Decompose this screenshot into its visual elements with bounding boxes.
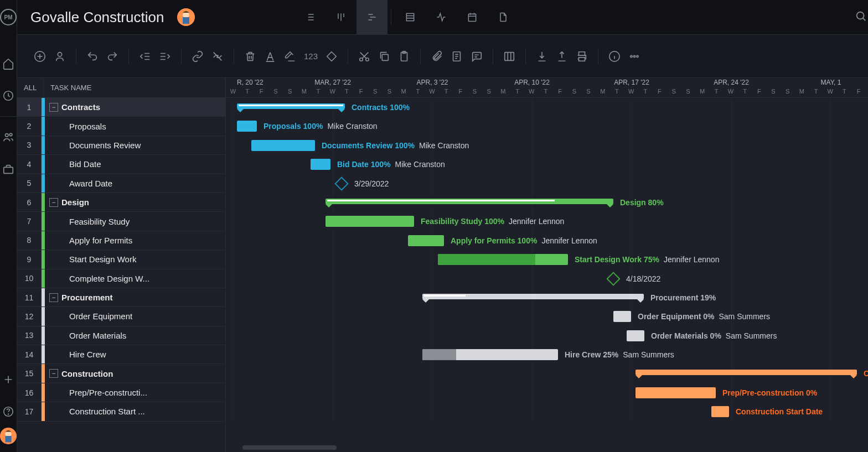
task-row[interactable]: 17Construction Start ... (17, 402, 225, 421)
task-row[interactable]: 11−Procurement (17, 288, 225, 307)
briefcase-icon[interactable] (2, 163, 14, 175)
collapse-toggle[interactable]: − (49, 369, 58, 378)
print-icon[interactable] (576, 50, 588, 63)
collapse-toggle[interactable]: − (49, 103, 58, 112)
day-label: W (624, 88, 638, 98)
copy-icon[interactable] (378, 50, 390, 63)
view-board[interactable] (326, 0, 356, 35)
gantt-row: Feasibility Study 100%Jennifer Lennon (226, 212, 868, 231)
task-color-marker (42, 212, 45, 230)
day-label: T (311, 88, 326, 98)
view-calendar[interactable] (457, 0, 488, 35)
task-name-label: Award Date (69, 179, 225, 188)
gantt-bar[interactable] (613, 311, 631, 322)
task-name-label: Construction (61, 369, 225, 378)
gantt-bar[interactable] (627, 330, 644, 341)
task-row[interactable]: 10Complete Design W... (17, 269, 225, 288)
cut-icon[interactable] (358, 50, 370, 63)
info-icon[interactable] (608, 50, 621, 63)
collapse-toggle[interactable]: − (49, 293, 58, 302)
plus-icon[interactable] (2, 373, 14, 386)
view-sheet[interactable] (395, 0, 426, 35)
gantt-bar[interactable] (326, 199, 613, 204)
collapse-toggle[interactable]: − (49, 198, 58, 207)
milestone-icon[interactable] (326, 50, 338, 63)
link-icon[interactable] (192, 50, 204, 63)
task-row[interactable]: 6−Design (17, 193, 225, 212)
gantt-row: Construction 0% (226, 364, 868, 383)
column-task-name[interactable]: TASK NAME (44, 84, 98, 92)
export-icon[interactable] (556, 50, 568, 63)
gantt-row: Order Equipment 0%Sam Summers (226, 307, 868, 326)
view-list[interactable] (294, 0, 326, 35)
gantt-bar[interactable] (422, 349, 558, 360)
gantt-row: Procurement 19% (226, 288, 868, 307)
gantt-bar[interactable] (251, 140, 315, 151)
milestone-marker[interactable] (606, 272, 620, 285)
clock-icon[interactable] (2, 90, 14, 102)
task-row[interactable]: 14Hire Crew (17, 345, 225, 364)
format-icon[interactable] (284, 50, 296, 63)
view-gantt[interactable] (356, 0, 388, 35)
day-label: S (482, 88, 496, 98)
text-style-icon[interactable] (264, 50, 276, 63)
undo-icon[interactable] (86, 50, 99, 63)
paste-icon[interactable] (398, 50, 410, 63)
columns-icon[interactable] (503, 50, 515, 63)
bar-label: Proposals 100%Mike Cranston (264, 121, 378, 132)
task-row[interactable]: 7Feasibility Study (17, 212, 225, 231)
day-label: W (724, 88, 738, 98)
outdent-icon[interactable] (139, 50, 151, 63)
redo-icon[interactable] (106, 50, 118, 63)
task-number: 13 (17, 326, 42, 345)
horizontal-scrollbar[interactable] (242, 445, 337, 450)
search-button[interactable] (855, 10, 867, 24)
user-avatar-sidebar[interactable] (0, 428, 17, 444)
task-row[interactable]: 4Bid Date (17, 155, 225, 174)
task-row[interactable]: 13Order Materials (17, 326, 225, 345)
notes-icon[interactable] (451, 50, 463, 63)
unlink-icon[interactable] (211, 50, 224, 63)
view-activity[interactable] (426, 0, 457, 35)
gantt-bar[interactable] (408, 235, 444, 246)
more-icon[interactable] (628, 50, 640, 63)
assign-icon[interactable] (54, 50, 66, 63)
people-icon[interactable] (2, 131, 14, 143)
home-icon[interactable] (2, 58, 14, 70)
task-row[interactable]: 2Proposals (17, 117, 225, 136)
user-avatar-header[interactable] (177, 8, 195, 26)
attachment-icon[interactable] (431, 50, 443, 63)
task-row[interactable]: 16Prep/Pre-constructi... (17, 383, 225, 402)
task-row[interactable]: 5Award Date (17, 174, 225, 193)
svg-point-2 (9, 133, 12, 136)
gantt-bar[interactable] (636, 370, 857, 375)
gantt-row: Prep/Pre-construction 0% (226, 383, 868, 402)
task-row[interactable]: 8Apply for Permits (17, 231, 225, 250)
day-label: M (795, 88, 809, 98)
add-icon[interactable] (34, 50, 46, 63)
day-label: T (709, 88, 724, 98)
indent-icon[interactable] (159, 50, 171, 63)
delete-icon[interactable] (244, 50, 256, 63)
task-name-label: Apply for Permits (69, 236, 225, 245)
milestone-marker[interactable] (334, 176, 348, 190)
view-file[interactable] (488, 0, 519, 35)
tool-number[interactable]: 123 (304, 51, 318, 61)
gantt-bar[interactable] (636, 387, 716, 398)
gantt-bar[interactable] (422, 294, 644, 299)
column-all[interactable]: ALL (17, 78, 44, 97)
gantt-bar[interactable] (237, 121, 257, 132)
task-row[interactable]: 9Start Design Work (17, 250, 225, 269)
help-icon[interactable] (2, 406, 14, 418)
gantt-bar[interactable] (438, 254, 568, 265)
gantt-bar[interactable] (711, 406, 729, 417)
task-row[interactable]: 15−Construction (17, 364, 225, 383)
gantt-bar[interactable] (237, 103, 345, 109)
gantt-bar[interactable] (311, 159, 330, 170)
comment-icon[interactable] (471, 50, 483, 63)
import-icon[interactable] (536, 50, 548, 63)
gantt-bar[interactable] (326, 216, 414, 227)
task-row[interactable]: 1−Contracts (17, 98, 225, 117)
task-row[interactable]: 3Documents Review (17, 136, 225, 155)
task-row[interactable]: 12Order Equipment (17, 307, 225, 326)
